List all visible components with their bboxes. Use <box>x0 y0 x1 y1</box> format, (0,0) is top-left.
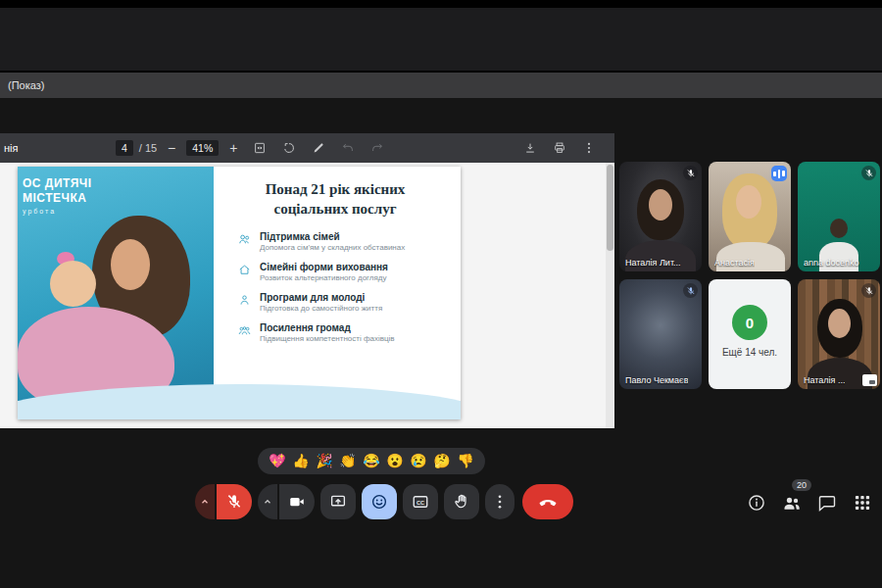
chat-panel-icon[interactable] <box>817 493 837 513</box>
rotate-icon[interactable] <box>279 138 299 158</box>
reactions-button[interactable] <box>362 484 397 519</box>
reaction-thinking[interactable]: 🤔 <box>431 448 453 474</box>
mic-off-button[interactable] <box>217 484 252 519</box>
undo-icon[interactable] <box>338 138 358 158</box>
participant-video <box>736 185 761 219</box>
list-item: Програми для молоді Підготовка до самост… <box>237 292 445 313</box>
slide-title-line1: Понад 21 рік якісних <box>225 180 445 200</box>
participant-tile[interactable]: Павло Чекмаєв <box>619 279 702 389</box>
reaction-laugh[interactable]: 😂 <box>361 448 382 474</box>
redo-icon[interactable] <box>368 138 387 158</box>
people-panel-icon[interactable]: 20 <box>782 493 802 513</box>
pdf-toolbar-right <box>518 138 614 158</box>
participant-video <box>828 309 851 338</box>
pdf-toolbar: нія 4 / 15 − 41% + <box>0 133 614 163</box>
mic-options-chevron-icon[interactable] <box>195 484 215 519</box>
fit-width-icon[interactable] <box>250 138 270 158</box>
item-heading: Посилення громад <box>260 322 395 333</box>
shared-pdf-viewer: нія 4 / 15 − 41% + <box>0 133 614 428</box>
page-number-input[interactable]: 4 <box>116 140 133 156</box>
participant-tile[interactable]: Наталія ... <box>798 279 880 389</box>
home-icon <box>237 263 252 277</box>
item-heading: Програми для молоді <box>260 292 382 303</box>
reaction-thumbs-up[interactable]: 👍 <box>290 448 312 474</box>
page-total-label: / 15 <box>139 142 157 154</box>
item-desc: Розвиток альтернативного догляду <box>260 273 388 282</box>
activities-apps-icon[interactable] <box>853 493 872 513</box>
participant-name: Наталія Лит... <box>625 258 681 268</box>
captions-button[interactable]: CC <box>403 484 438 519</box>
slide-page: ОС ДИТЯЧІ МІСТЕЧКА урбота Понад 21 рік я… <box>18 167 461 419</box>
participant-tile[interactable]: Анастасія <box>709 162 791 271</box>
families-icon <box>237 232 252 247</box>
raise-hand-button[interactable] <box>444 484 479 519</box>
present-screen-button[interactable] <box>320 484 356 519</box>
reaction-heart[interactable]: 💖 <box>267 448 288 474</box>
pdf-canvas: ОС ДИТЯЧІ МІСТЕЧКА урбота Понад 21 рік я… <box>0 163 614 428</box>
list-item: Посилення громад Підвищення компетентнос… <box>237 322 445 343</box>
window-top-strip <box>0 8 882 71</box>
participant-video <box>649 189 672 220</box>
participants-grid: Наталія Лит... Анастасія anna docenko <box>619 162 880 389</box>
list-item: Сімейні форми виховання Розвиток альтерн… <box>237 262 445 282</box>
mic-off-icon <box>861 283 876 298</box>
slide-photo: ОС ДИТЯЧІ МІСТЕЧКА урбота <box>18 167 214 419</box>
end-call-button[interactable] <box>522 484 573 519</box>
meeting-panels: 20 <box>747 493 872 513</box>
participant-tile[interactable]: Наталія Лит... <box>619 162 702 271</box>
camera-control-group <box>258 484 315 519</box>
mic-off-icon <box>683 283 698 298</box>
presenting-label: (Показ) <box>8 79 44 91</box>
reaction-party[interactable]: 🎉 <box>314 448 335 474</box>
reaction-thumbs-down[interactable]: 👎 <box>455 448 476 474</box>
mic-control-group <box>195 484 252 519</box>
participant-name: Павло Чекмаєв <box>625 375 688 385</box>
presenting-tab-bar: (Показ) <box>0 73 882 98</box>
reaction-surprise[interactable]: 😮 <box>384 448 406 474</box>
participant-tile[interactable]: anna docenko <box>798 162 880 271</box>
reaction-sad[interactable]: 😢 <box>408 448 429 474</box>
viewer-scrollbar[interactable] <box>606 163 614 428</box>
more-options-button[interactable] <box>485 484 514 519</box>
item-desc: Допомога сім'ям у складних обставинах <box>260 243 405 252</box>
call-controls: CC <box>195 484 573 519</box>
slide-title-line2: соціальних послуг <box>225 200 445 220</box>
camera-button[interactable] <box>279 484 315 519</box>
zoom-level-value[interactable]: 41% <box>186 140 219 156</box>
more-participants-label: Ещё 14 чел. <box>709 347 791 358</box>
item-desc: Підвищення компетентності фахівців <box>260 334 395 343</box>
meeting-details-icon[interactable] <box>747 493 766 513</box>
slide-items: Підтримка сімей Допомога сім'ям у складн… <box>225 231 445 343</box>
meeting-stage: нія 4 / 15 − 41% + <box>0 98 882 588</box>
brand-line2: МІСТЕЧКА <box>23 191 92 206</box>
reaction-clap[interactable]: 👏 <box>337 448 359 474</box>
mic-off-icon <box>683 166 698 180</box>
picture-in-picture-icon[interactable] <box>862 374 877 386</box>
print-icon[interactable] <box>550 138 569 158</box>
youth-icon <box>237 293 252 308</box>
slide-title: Понад 21 рік якісних соціальних послуг <box>225 180 445 219</box>
speaking-indicator-icon <box>771 166 787 181</box>
viewer-scrollbar-thumb[interactable] <box>607 165 613 251</box>
more-options-icon[interactable] <box>579 138 599 158</box>
item-heading: Підтримка сімей <box>260 231 405 242</box>
zoom-in-button[interactable]: + <box>224 140 242 156</box>
annotate-icon[interactable] <box>309 138 328 158</box>
brand-line3: урбота <box>23 208 92 217</box>
download-icon[interactable] <box>520 138 540 158</box>
reactions-bar: 💖 👍 🎉 👏 😂 😮 😢 🤔 👎 <box>258 448 485 474</box>
mother-figure-face <box>111 239 150 290</box>
list-item: Підтримка сімей Допомога сім'ям у складн… <box>237 231 445 252</box>
item-heading: Сімейні форми виховання <box>260 262 388 272</box>
pdf-file-name: нія <box>0 142 116 154</box>
more-participants-tile[interactable]: 0 Ещё 14 чел. <box>709 279 791 389</box>
slide-content: Понад 21 рік якісних соціальних послуг П… <box>214 167 461 419</box>
participant-name: anna docenko <box>804 258 859 268</box>
camera-options-chevron-icon[interactable] <box>258 484 277 519</box>
item-desc: Підготовка до самостійного життя <box>260 304 382 313</box>
participant-name: Наталія ... <box>804 375 845 385</box>
participant-count-badge: 20 <box>792 479 811 491</box>
community-icon <box>237 323 252 338</box>
brand-line1: ОС ДИТЯЧІ <box>23 176 92 191</box>
zoom-out-button[interactable]: − <box>163 140 180 156</box>
